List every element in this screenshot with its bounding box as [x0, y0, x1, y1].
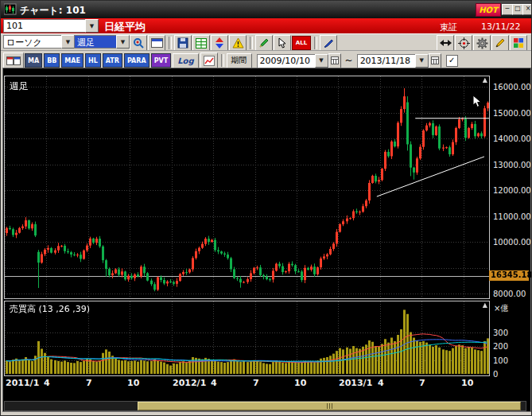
time-axis-label: 2011/1	[6, 378, 39, 388]
time-axis: 2011/147102012/147102013/14710	[5, 378, 491, 389]
palette-icon	[513, 37, 524, 49]
price-pane-label: 週足	[10, 80, 29, 93]
freehand-pen-button[interactable]	[491, 35, 509, 51]
multi-chart-button[interactable]	[3, 52, 24, 68]
pane-layout-button[interactable]	[148, 35, 165, 51]
table-view-button[interactable]	[192, 35, 210, 51]
zoom-in-button[interactable]	[130, 35, 147, 51]
toolbar-separator	[169, 37, 172, 49]
exchange-label: 東証	[440, 21, 457, 33]
toolbar-separator	[221, 54, 224, 67]
volume-unit-label: ×億	[494, 303, 508, 314]
time-axis-label: 4	[44, 378, 50, 388]
time-axis-label: 2012/1	[173, 378, 206, 388]
volume-axis-label: 0	[493, 370, 498, 379]
calendar-to-button[interactable]	[429, 53, 441, 68]
chevron-down-icon[interactable]: ▼	[85, 19, 99, 33]
time-axis-label: 2013/1	[339, 378, 372, 388]
date-to-combobox[interactable]: 2013/11/18 ▼	[357, 54, 429, 68]
price-marker-badge: 16345.18	[489, 270, 529, 281]
calendar-icon	[431, 56, 439, 64]
pencil-icon	[258, 37, 270, 49]
mouse-cursor-icon	[472, 95, 482, 111]
expand-range-button[interactable]	[437, 35, 454, 51]
toolbar-separator	[250, 37, 253, 49]
crosshair-icon	[458, 37, 470, 49]
titlebar[interactable]: チャート: 101 HOT ─ □ ×	[1, 1, 531, 18]
price-chart-canvas[interactable]	[5, 76, 489, 298]
log-scale-button[interactable]: Log	[173, 53, 198, 68]
chart-app-icon	[4, 3, 17, 15]
date-from-combobox[interactable]: 2009/10/10 ▼	[257, 54, 328, 68]
indicator-pvt-button[interactable]: PVT	[151, 53, 172, 68]
pane-scroll-up-icon[interactable]: ▲	[483, 76, 487, 84]
indicator-hl-button[interactable]: HL	[85, 53, 101, 68]
time-axis-label: 4	[378, 378, 384, 388]
volume-pane-label: 売買高 (13 ,26 ,39)	[10, 303, 90, 315]
date-from-value[interactable]: 2009/10/10	[257, 54, 315, 68]
annotate-pen-button[interactable]	[320, 35, 337, 51]
show-all-button[interactable]: ALL	[292, 36, 311, 50]
calendar-from-button[interactable]	[328, 53, 341, 68]
price-updown-button[interactable]	[211, 35, 228, 51]
gear-icon	[476, 37, 488, 49]
chart-type-combobox[interactable]: ローソク ▼	[3, 35, 75, 49]
chevron-down-icon[interactable]: ▼	[61, 35, 75, 49]
chevron-down-icon[interactable]: ▼	[116, 35, 130, 49]
symbol-bar: 101 ▼ 日経平均 東証 13/11/22	[1, 18, 531, 33]
save-button[interactable]	[174, 35, 192, 51]
price-pane[interactable]: 週足 ▲	[4, 76, 490, 299]
indicator-para-button[interactable]: PARA	[124, 53, 150, 68]
timeframe-value[interactable]: 週足	[74, 35, 116, 49]
volume-axis-label: 200	[493, 342, 508, 351]
chevron-down-icon[interactable]: ▼	[315, 54, 328, 68]
indicator-bb-button[interactable]: BB	[44, 53, 60, 68]
period-button[interactable]: 期間	[227, 53, 252, 68]
select-cursor-button[interactable]	[274, 35, 291, 51]
save-icon	[177, 37, 188, 49]
time-axis-label: 7	[86, 378, 92, 388]
chart-type-value[interactable]: ローソク	[3, 35, 61, 49]
new-high-button[interactable]	[200, 52, 218, 68]
minimize-button[interactable]: ─	[502, 4, 513, 15]
symbol-code-combobox[interactable]: 101 ▼	[3, 19, 99, 33]
indicator-toolbar: MABBMAEHLATRPARAPVT Log 期間 2009/10/10 ▼ …	[1, 50, 531, 68]
time-axis-label: 10	[461, 378, 473, 388]
chevron-down-icon[interactable]: ▼	[415, 54, 429, 68]
settings-button[interactable]	[473, 35, 491, 51]
close-button[interactable]: ×	[522, 4, 532, 15]
horizontal-scrollbar[interactable]	[4, 401, 526, 411]
price-axis-label: 11000.00	[493, 212, 531, 221]
date-to-value[interactable]: 2013/11/18	[357, 54, 415, 68]
multi-chart-icon	[6, 56, 21, 66]
alert-button[interactable]	[229, 35, 247, 51]
scrollbar-thumb[interactable]	[138, 402, 521, 410]
indicator-ma-button[interactable]: MA	[25, 53, 42, 68]
volume-pane[interactable]: 売買高 (13 ,26 ,39) ▲	[4, 301, 490, 376]
quote-date: 13/11/22	[481, 21, 520, 32]
pen2-icon	[495, 37, 506, 49]
window-title: チャート: 101	[20, 4, 86, 17]
indicator-mae-button[interactable]: MAE	[61, 53, 83, 68]
chart-colors-button[interactable]	[510, 35, 527, 51]
time-axis-label: 10	[127, 378, 139, 388]
maximize-button[interactable]: □	[512, 4, 523, 15]
pane-layout-icon	[151, 37, 163, 49]
volume-axis-label: 300	[493, 329, 508, 337]
symbol-code-value[interactable]: 101	[3, 19, 85, 33]
cursor-icon	[278, 37, 287, 49]
chart-window: チャート: 101 HOT ─ □ × 101 ▼ 日経平均 東証 13/11/…	[0, 0, 532, 416]
scrollbar-grip-icon	[327, 403, 332, 409]
timeframe-combobox[interactable]: 週足 ▼	[74, 35, 130, 49]
draw-pencil-button[interactable]	[255, 35, 273, 51]
pane-scroll-up-icon[interactable]: ▲	[483, 301, 487, 309]
crosshair-button[interactable]	[455, 35, 472, 51]
time-axis-label: 7	[419, 378, 425, 388]
hot-button[interactable]: HOT	[476, 3, 501, 17]
volume-axis-label: 100	[493, 356, 508, 365]
period-checkbox[interactable]: ✓	[446, 55, 458, 67]
price-axis-label: 13000.00	[493, 161, 531, 169]
price-axis-label: 15000.00	[493, 109, 531, 118]
toolbar-separator	[314, 37, 317, 49]
indicator-atr-button[interactable]: ATR	[103, 53, 122, 68]
